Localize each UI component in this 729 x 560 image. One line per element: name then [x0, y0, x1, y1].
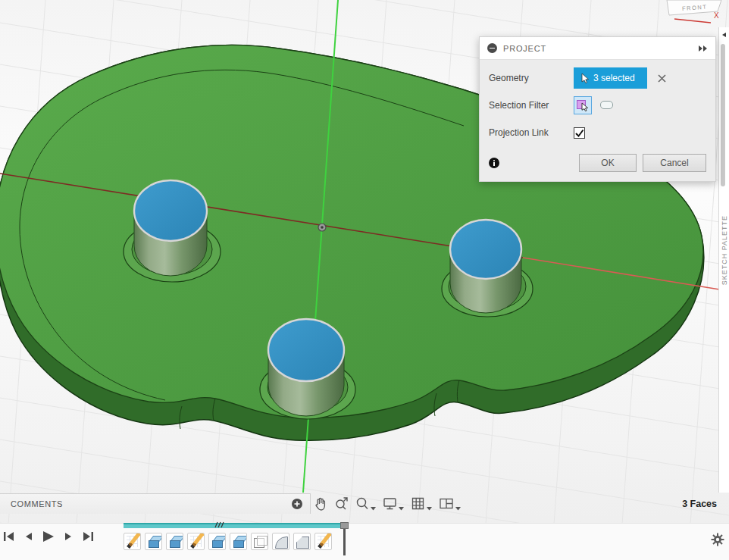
comments-bar[interactable]: COMMENTS	[0, 493, 311, 514]
step-back-button[interactable]	[23, 532, 33, 541]
projection-link-row: Projection Link	[489, 122, 706, 143]
dialog-expand-arrows-icon[interactable]	[698, 45, 708, 52]
timeline-feature-fillet-icon[interactable]	[272, 533, 289, 550]
timeline-feature-chamfer-icon[interactable]	[293, 533, 311, 550]
geometry-selected-count: 3 selected	[593, 73, 635, 83]
selected-face-2[interactable]	[450, 220, 521, 279]
sketch-palette-label: SKETCH PALETTE	[721, 215, 728, 285]
ok-button[interactable]: OK	[579, 154, 637, 172]
fusion-window: FRONT X SKETCH PALETTE PROJECT Geometry	[0, 0, 729, 560]
play-button[interactable]	[42, 530, 55, 543]
timeline-feature-extrude-icon[interactable]	[145, 533, 162, 550]
filter-specified-entities-button[interactable]	[574, 96, 592, 114]
timeline-feature-extrude-icon[interactable]	[208, 533, 226, 550]
info-icon[interactable]	[489, 158, 499, 168]
selection-status: 3 Faces	[682, 499, 717, 509]
add-comment-icon[interactable]	[291, 498, 303, 510]
timeline-feature-extrude-icon[interactable]	[166, 533, 183, 550]
geometry-row: Geometry 3 selected	[489, 67, 706, 89]
dialog-grip-icon[interactable]	[487, 43, 497, 53]
timeline-feature-sketch-icon[interactable]	[187, 533, 205, 550]
selected-face-1[interactable]	[134, 180, 207, 241]
navigation-toolbar	[313, 493, 461, 514]
projection-link-label: Projection Link	[489, 127, 574, 138]
comments-label: COMMENTS	[11, 499, 63, 508]
body-filter-icon	[600, 101, 613, 109]
selection-filter-label: Selection Filter	[489, 100, 574, 111]
sketch-palette-collapsed[interactable]: SKETCH PALETTE	[718, 27, 729, 493]
scrubber-handle[interactable]	[340, 522, 349, 529]
grid-settings-icon	[411, 496, 425, 511]
timeline-grip-icon[interactable]	[213, 521, 225, 528]
timeline-track[interactable]	[124, 523, 345, 528]
selection-filter-row: Selection Filter	[489, 95, 706, 116]
timeline-features	[124, 533, 332, 550]
pan-hand-icon	[313, 496, 327, 511]
checkmark-icon	[574, 128, 584, 138]
skip-to-end-button[interactable]	[82, 531, 94, 542]
zoom-tool[interactable]	[355, 496, 376, 511]
selected-face-3[interactable]	[268, 319, 344, 381]
cursor-icon	[581, 102, 589, 111]
grid-settings-tool[interactable]	[411, 496, 432, 511]
zoom-icon	[355, 496, 369, 511]
scrubber-line	[343, 529, 346, 555]
timeline-feature-extrude-icon[interactable]	[230, 533, 247, 550]
chevron-down-icon[interactable]	[371, 507, 376, 511]
timeline-playback-controls	[3, 530, 94, 543]
timeline-feature-sketch-icon[interactable]	[124, 533, 141, 550]
timeline-feature-sketch-icon[interactable]	[314, 533, 332, 550]
viewports-tool[interactable]	[439, 496, 461, 511]
display-settings-icon	[383, 496, 397, 511]
x-axis-label: X	[714, 11, 719, 20]
project-dialog-header[interactable]: PROJECT	[480, 37, 715, 60]
timeline-feature-box-icon[interactable]	[251, 533, 268, 550]
filter-body-button[interactable]	[598, 96, 616, 114]
fit-view-icon	[334, 496, 349, 511]
dialog-title: PROJECT	[503, 44, 546, 53]
pan-tool[interactable]	[313, 496, 327, 511]
viewport-scrollbar[interactable]	[721, 44, 725, 186]
origin-marker[interactable]	[318, 224, 326, 231]
timeline-bar	[0, 523, 729, 560]
chevron-down-icon[interactable]	[455, 507, 461, 511]
display-settings-tool[interactable]	[383, 496, 404, 511]
projection-link-checkbox[interactable]	[574, 127, 585, 139]
fit-view-tool[interactable]	[334, 496, 349, 511]
viewcube[interactable]: FRONT X	[653, 0, 729, 30]
cursor-icon	[580, 73, 590, 83]
project-dialog: PROJECT Geometry 3 selected Selection	[479, 36, 716, 182]
step-forward-button[interactable]	[64, 532, 74, 541]
x-axis-indicator	[674, 19, 711, 23]
viewports-icon	[439, 496, 454, 511]
chevron-down-icon[interactable]	[399, 507, 404, 511]
geometry-label: Geometry	[489, 73, 574, 83]
geometry-select-button[interactable]: 3 selected	[574, 67, 647, 89]
clear-selection-icon[interactable]	[658, 74, 666, 83]
timeline-settings-gear-icon[interactable]	[711, 533, 724, 546]
chevron-down-icon[interactable]	[427, 507, 432, 511]
panel-expand-icon[interactable]	[721, 32, 727, 38]
skip-to-start-button[interactable]	[3, 531, 15, 542]
timeline-scrubber[interactable]	[340, 522, 349, 558]
cancel-button[interactable]: Cancel	[643, 154, 706, 172]
